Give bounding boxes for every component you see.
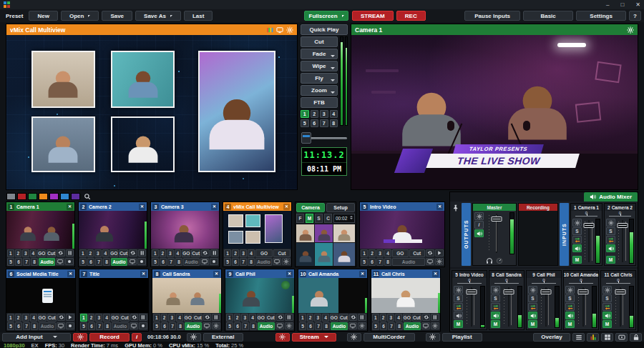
overlay-4-button[interactable]: 4 xyxy=(103,314,110,322)
overlay-7-button[interactable]: 7 xyxy=(23,322,30,330)
input-thumbnail[interactable] xyxy=(152,278,221,313)
close-input-icon[interactable]: ✕ xyxy=(67,271,74,277)
routing-button[interactable] xyxy=(572,236,582,244)
filter-color-swatch[interactable] xyxy=(49,193,59,200)
go-button[interactable]: GO xyxy=(184,314,192,322)
pan-control[interactable]: 0 xyxy=(601,278,635,284)
overlay-5-button[interactable]: 5 xyxy=(7,258,14,266)
gear-icon[interactable] xyxy=(431,322,439,329)
audio-button[interactable]: Audio xyxy=(331,322,348,330)
save-button[interactable]: Save xyxy=(102,11,132,21)
overlay-3-button[interactable]: 3 xyxy=(168,314,175,322)
overlay-6-button[interactable]: 6 xyxy=(234,322,241,330)
cut-button[interactable]: Cut xyxy=(120,314,130,322)
input-thumbnail[interactable] xyxy=(6,211,74,249)
gear-icon[interactable] xyxy=(435,258,444,265)
ftb-button[interactable]: FTB xyxy=(301,97,338,108)
chevron-down-icon[interactable] xyxy=(331,67,335,71)
bus-m-button[interactable]: M xyxy=(454,320,463,328)
pause-inputs-button[interactable]: Pause Inputs xyxy=(464,11,520,21)
routing-button[interactable] xyxy=(565,303,575,311)
input-thumbnail[interactable] xyxy=(223,211,291,249)
overlay-2-button[interactable]: 2 xyxy=(380,314,387,322)
filter-color-swatch[interactable] xyxy=(39,193,48,200)
mute-button[interactable] xyxy=(491,312,500,319)
audio-settings-button[interactable] xyxy=(528,286,537,294)
input-7-title[interactable]: 7Title✕1234GOCut5678Audio xyxy=(79,269,149,332)
solo-button[interactable]: S xyxy=(528,294,537,302)
fullscreen-monitor-icon[interactable] xyxy=(273,258,281,265)
input-4-vmix-call-multiview[interactable]: 4vMix Call Multiview✕1234GOCut5678Audio xyxy=(223,202,292,267)
close-input-icon[interactable]: ✕ xyxy=(140,271,147,277)
open-button[interactable]: Open xyxy=(61,11,99,21)
fader-handle[interactable] xyxy=(541,289,552,294)
overlay-8-button[interactable]: 8 xyxy=(396,322,403,330)
overlay-7-button[interactable]: 7 xyxy=(23,258,30,266)
audio-button[interactable]: Audio xyxy=(112,322,129,330)
input-thumbnail[interactable] xyxy=(371,278,440,313)
loop-icon[interactable] xyxy=(276,314,285,321)
fullscreen-monitor-icon[interactable] xyxy=(348,322,357,329)
volume-fader[interactable] xyxy=(485,214,508,253)
volume-fader[interactable] xyxy=(583,220,594,262)
external-button[interactable]: External xyxy=(203,333,243,342)
fullscreen-monitor-icon[interactable] xyxy=(128,258,137,265)
overlay-7-button[interactable]: 7 xyxy=(315,322,322,330)
new-button[interactable]: New xyxy=(29,11,57,21)
bus-m-button[interactable]: M xyxy=(572,256,582,264)
record-info-button[interactable]: i xyxy=(132,333,142,342)
input-header[interactable]: 11Call Chris✕ xyxy=(371,269,440,278)
add-input-button[interactable]: Add Input xyxy=(2,333,71,342)
cut-button[interactable]: Cut xyxy=(301,36,338,47)
input-header[interactable]: 2Camera 2✕ xyxy=(79,202,147,211)
overlay-8-button[interactable]: 8 xyxy=(175,258,182,266)
transition-fly-button[interactable]: Fly xyxy=(301,73,338,84)
go-button[interactable]: GO xyxy=(111,314,119,322)
headphones-icon[interactable] xyxy=(486,257,493,264)
overlay-3-button[interactable]: 3 xyxy=(22,249,29,257)
record-dot-icon[interactable] xyxy=(210,258,218,265)
overlay-8-button[interactable]: 8 xyxy=(104,322,111,330)
solo-button[interactable]: S xyxy=(454,294,463,302)
filter-color-swatch[interactable] xyxy=(28,193,37,200)
input-9-call-phil[interactable]: 9Call Phil✕1234GOCut5678Audio xyxy=(225,269,295,332)
external-settings-gear-icon[interactable] xyxy=(187,333,201,342)
mute-button[interactable] xyxy=(454,312,463,319)
overlay-7-button[interactable]: 7 xyxy=(167,258,175,266)
mute-button[interactable] xyxy=(528,312,537,319)
overlay-1-button[interactable]: 1 xyxy=(79,249,87,257)
close-button[interactable]: ✕ xyxy=(635,1,640,9)
mute-button[interactable] xyxy=(606,244,615,252)
overlay-6-button[interactable]: 6 xyxy=(88,322,95,330)
bus-m-button[interactable]: M xyxy=(528,320,537,328)
overlay-4-button[interactable]: 4 xyxy=(30,249,37,257)
pin-mixer-button[interactable] xyxy=(452,203,460,266)
fader-handle[interactable] xyxy=(615,289,626,294)
audio-button[interactable]: Audio xyxy=(39,258,55,266)
routing-button[interactable] xyxy=(528,303,537,311)
audio-button[interactable]: Audio xyxy=(185,322,202,330)
call-duration-spinner[interactable]: 00:02 xyxy=(333,214,355,223)
solo-button[interactable]: S xyxy=(606,227,615,235)
overlay-6-button[interactable]: 6 xyxy=(160,258,167,266)
overlay-8-button[interactable]: 8 xyxy=(177,322,184,330)
multicorder-settings-gear-icon[interactable] xyxy=(347,333,361,342)
overlay-5-button[interactable]: 5 xyxy=(79,258,87,266)
go-button[interactable]: GO xyxy=(330,314,338,322)
input-thumbnail[interactable] xyxy=(79,278,148,313)
record-button[interactable]: Record xyxy=(89,333,130,342)
solo-button[interactable]: S xyxy=(491,294,500,302)
fullscreen-monitor-icon[interactable] xyxy=(421,322,430,329)
gear-icon[interactable] xyxy=(212,322,220,329)
routing-button[interactable] xyxy=(606,236,615,244)
pause-icon[interactable] xyxy=(66,249,74,257)
search-icon[interactable] xyxy=(84,193,91,200)
fader-handle[interactable] xyxy=(578,289,589,294)
loop-icon[interactable] xyxy=(349,314,358,321)
pan-control[interactable]: 0 xyxy=(571,211,602,217)
audio-settings-button[interactable] xyxy=(565,286,575,294)
overlay-4-button[interactable]: 4 xyxy=(249,314,256,322)
volume-fader[interactable] xyxy=(539,287,553,327)
transition-zoom-button[interactable]: Zoom xyxy=(301,85,338,96)
chevron-down-icon[interactable] xyxy=(331,79,335,84)
